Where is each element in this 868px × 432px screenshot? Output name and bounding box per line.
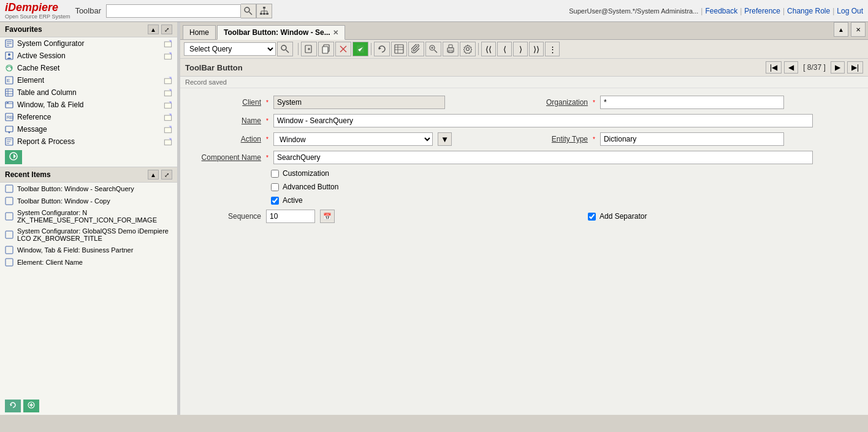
recent-item-label: Toolbar Button: Window - Copy (17, 197, 110, 205)
sidebar-item-label: System Configurator (17, 39, 84, 48)
form-row-component-name: Component Name * (188, 151, 861, 164)
recent-collapse-btn[interactable]: ▲ (148, 170, 159, 180)
msg-icon (5, 125, 13, 134)
favourites-collapse-btn[interactable]: ▲ (148, 25, 159, 34)
recent-expand-btn[interactable]: ⤢ (161, 170, 172, 180)
feedback-link[interactable]: Feedback (705, 7, 737, 15)
tabs-menu-btn[interactable]: ✕ (851, 22, 866, 37)
client-input[interactable] (273, 96, 445, 109)
tab-close-btn[interactable]: ✕ (333, 29, 338, 37)
entity-type-asterisk: * (593, 136, 595, 143)
more-btn[interactable]: ⋮ (545, 42, 560, 56)
nav-prev-btn[interactable]: ◀ (784, 61, 798, 74)
copy-record-btn[interactable] (318, 42, 334, 56)
sidebar-item-report-process[interactable]: Report & Process (0, 135, 177, 148)
attachment-btn[interactable] (408, 42, 424, 56)
log-out-link[interactable]: Log Out (837, 7, 863, 15)
org-tree-button[interactable] (256, 4, 272, 18)
search-input[interactable] (106, 4, 241, 18)
name-label: Name (188, 116, 261, 125)
recent-item-label: Window, Tab & Field: Business Partner (17, 246, 133, 254)
sidebar-item-cache-reset[interactable]: Cache Reset (0, 62, 177, 74)
advanced-button-checkbox[interactable] (271, 183, 279, 191)
recent-item-0[interactable]: Toolbar Button: Window - SearchQuery (0, 183, 177, 195)
action-select[interactable]: Window (273, 132, 433, 146)
recent-add-btn[interactable] (23, 400, 39, 412)
component-name-input[interactable] (273, 151, 813, 164)
search-button[interactable] (241, 4, 256, 18)
change-role-link[interactable]: Change Role (787, 7, 830, 15)
sidebar-action-btn[interactable] (5, 150, 22, 164)
next-btn[interactable]: ⟩ (513, 42, 528, 56)
checkbox-row-active: Active (188, 196, 861, 205)
active-checkbox[interactable] (271, 197, 279, 205)
zoom-btn[interactable] (425, 42, 441, 56)
nav-next-btn[interactable]: ▶ (831, 61, 845, 74)
grid-view-btn[interactable] (391, 42, 407, 56)
recent-item-icon (5, 184, 13, 193)
svg-rect-85 (449, 45, 452, 48)
action-dropdown-btn[interactable]: ▼ (438, 132, 452, 146)
svg-rect-40 (164, 115, 171, 120)
component-name-label: Component Name (188, 153, 261, 162)
tabs-bar: Home Toolbar Button: Window - Se... ✕ ▲ … (180, 22, 868, 40)
settings-btn[interactable] (460, 42, 476, 56)
element-icon: E (5, 76, 13, 85)
customization-checkbox[interactable] (271, 170, 279, 178)
tab-toolbar-button-label: Toolbar Button: Window - Se... (224, 28, 330, 37)
entity-type-input[interactable] (600, 132, 784, 146)
sidebar-item-window-tab-field[interactable]: Window, Tab & Field (0, 99, 177, 111)
app-name: iDempiere (5, 1, 70, 14)
sidebar-item-label: Message (17, 125, 47, 134)
query-select-dropdown[interactable]: Select Query (184, 42, 276, 56)
new-icon (164, 39, 172, 48)
tab-home[interactable]: Home (183, 25, 216, 39)
nav-last-btn[interactable]: ▶| (847, 61, 863, 74)
query-search-btn[interactable] (277, 42, 293, 56)
add-separator-checkbox[interactable] (588, 213, 596, 221)
tabs-collapse-btn[interactable]: ▲ (834, 22, 848, 37)
sidebar-item-system-configurator[interactable]: System Configurator (0, 37, 177, 50)
sidebar-item-label: Window, Tab & Field (17, 100, 84, 109)
sidebar-item-active-session[interactable]: Active Session (0, 50, 177, 62)
recent-item-4[interactable]: Window, Tab & Field: Business Partner (0, 244, 177, 256)
recent-refresh-btn[interactable] (5, 400, 21, 412)
recent-item-icon (5, 258, 13, 267)
svg-rect-59 (6, 259, 13, 266)
save-record-btn[interactable] (352, 42, 368, 56)
recent-item-2[interactable]: System Configurator: N ZK_THEME_USE_FONT… (0, 207, 177, 225)
refresh-btn[interactable] (374, 42, 390, 56)
sidebar-item-message[interactable]: Message (0, 123, 177, 135)
svg-rect-15 (164, 42, 171, 47)
org-input[interactable] (600, 96, 784, 109)
svg-rect-31 (164, 91, 171, 96)
search-icon (243, 6, 253, 16)
new-icon5 (164, 100, 172, 109)
save-record-icon (356, 44, 365, 54)
sidebar-item-table-column[interactable]: Table and Column (0, 86, 177, 99)
svg-rect-70 (322, 47, 328, 53)
delete-record-btn[interactable] (335, 42, 351, 56)
prev-first-btn[interactable]: ⟨⟨ (481, 42, 496, 56)
print-btn[interactable] (443, 42, 459, 56)
recent-item-3[interactable]: System Configurator: GlobalQSS Demo iDem… (0, 225, 177, 244)
preference-link[interactable]: Preference (744, 7, 780, 15)
form-col-org: Organization * (527, 96, 861, 109)
next-last-btn[interactable]: ⟩⟩ (529, 42, 544, 56)
sidebar-item-element[interactable]: E Element (0, 74, 177, 86)
prev-btn[interactable]: ⟨ (497, 42, 512, 56)
sidebar-item-reference[interactable]: REF Reference (0, 111, 177, 123)
nav-first-btn[interactable]: |◀ (766, 61, 782, 74)
recent-item-5[interactable]: Element: Client Name (0, 256, 177, 268)
favourites-expand-btn[interactable]: ⤢ (161, 25, 172, 34)
tab-toolbar-button[interactable]: Toolbar Button: Window - Se... ✕ (217, 25, 345, 40)
sequence-input[interactable] (266, 210, 315, 223)
new-record-btn[interactable] (301, 42, 317, 56)
svg-rect-19 (164, 54, 171, 59)
recent-item-label: Element: Client Name (17, 259, 83, 266)
tab-home-label: Home (189, 28, 209, 37)
sequence-calendar-btn[interactable]: 📅 (320, 210, 335, 223)
recent-item-1[interactable]: Toolbar Button: Window - Copy (0, 195, 177, 207)
name-input[interactable] (273, 114, 813, 127)
sidebar-item-label: Cache Reset (17, 64, 59, 72)
